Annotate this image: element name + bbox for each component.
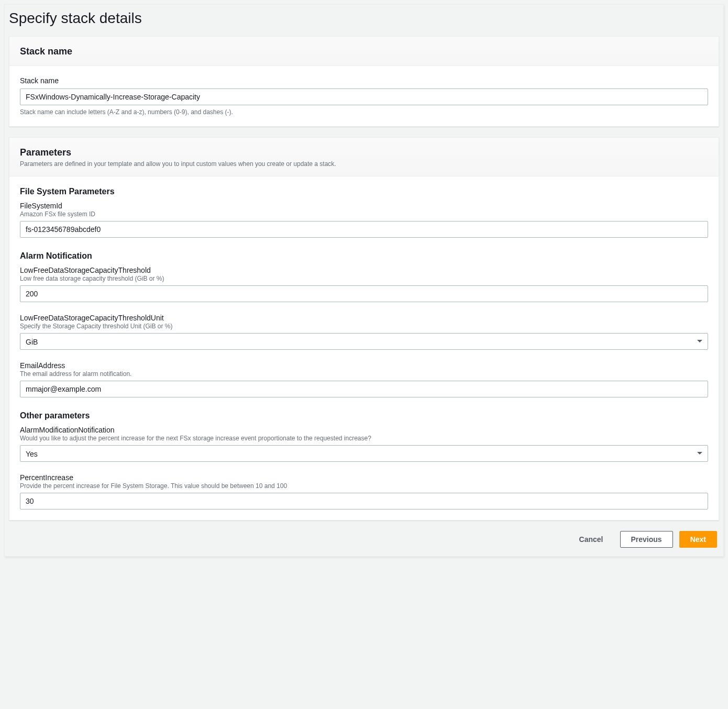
threshold-label: LowFreeDataStorageCapacityThreshold [20,266,708,274]
email-field: EmailAddress The email address for alarm… [20,361,708,397]
email-input[interactable] [20,381,708,397]
percent-increase-hint: Provide the percent increase for File Sy… [20,482,708,490]
stack-name-heading: Stack name [20,46,708,57]
parameters-panel-header: Parameters Parameters are defined in you… [9,138,719,176]
email-hint: The email address for alarm notification… [20,370,708,378]
filesystemid-input[interactable] [20,221,708,238]
stack-name-panel: Stack name Stack name Stack name can inc… [9,36,719,127]
parameters-subheading: Parameters are defined in your template … [20,160,708,168]
threshold-unit-field: LowFreeDataStorageCapacityThresholdUnit … [20,314,708,350]
email-label: EmailAddress [20,361,708,370]
parameters-heading: Parameters [20,147,708,158]
filesystemid-label: FileSystemId [20,202,708,210]
threshold-field: LowFreeDataStorageCapacityThreshold Low … [20,266,708,302]
alarm-mod-hint: Would you like to adjust the percent inc… [20,435,708,442]
parameters-panel: Parameters Parameters are defined in you… [9,137,719,520]
stack-name-panel-body: Stack name Stack name can include letter… [9,66,719,126]
parameters-panel-body: File System Parameters FileSystemId Amaz… [9,176,719,520]
percent-increase-field: PercentIncrease Provide the percent incr… [20,473,708,509]
threshold-hint: Low free data storage capacity threshold… [20,275,708,282]
stack-name-input[interactable] [20,88,708,105]
threshold-unit-value: GiB [20,333,708,350]
alarm-mod-select[interactable]: Yes [20,445,708,462]
file-system-parameters-title: File System Parameters [20,187,708,196]
threshold-unit-hint: Specify the Storage Capacity threshold U… [20,323,708,330]
threshold-unit-label: LowFreeDataStorageCapacityThresholdUnit [20,314,708,322]
next-button[interactable]: Next [679,531,717,548]
alarm-notification-title: Alarm Notification [20,251,708,261]
other-parameters-title: Other parameters [20,411,708,420]
filesystemid-hint: Amazon FSx file system ID [20,211,708,218]
alarm-mod-label: AlarmModificationNotification [20,426,708,434]
percent-increase-input[interactable] [20,493,708,509]
alarm-mod-field: AlarmModificationNotification Would you … [20,426,708,462]
threshold-unit-select[interactable]: GiB [20,333,708,350]
stack-name-field: Stack name Stack name can include letter… [20,76,708,116]
stack-name-hint: Stack name can include letters (A-Z and … [20,108,708,116]
button-row: Cancel Previous Next [9,531,719,548]
stack-name-label: Stack name [20,76,708,85]
alarm-mod-value: Yes [20,445,708,462]
page-container: Specify stack details Stack name Stack n… [4,4,724,557]
percent-increase-label: PercentIncrease [20,473,708,482]
threshold-input[interactable] [20,285,708,302]
filesystemid-field: FileSystemId Amazon FSx file system ID [20,202,708,238]
stack-name-panel-header: Stack name [9,37,719,66]
cancel-button[interactable]: Cancel [569,531,614,548]
previous-button[interactable]: Previous [620,531,673,548]
page-title: Specify stack details [9,10,719,27]
